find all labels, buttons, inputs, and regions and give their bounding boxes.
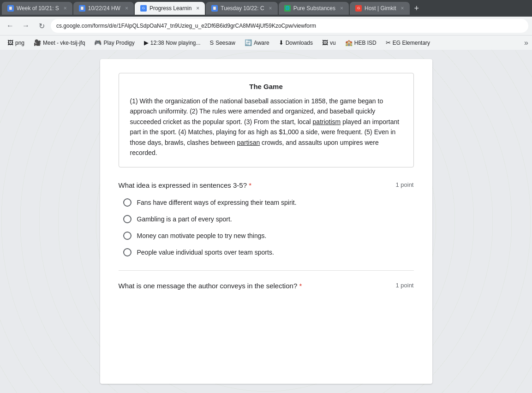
playing-icon: ▶ [144, 39, 149, 46]
question-1-header: What idea is expressed in sentences 3-5?… [119, 181, 414, 189]
address-bar[interactable]: cs.google.com/forms/d/e/1FAlpQLSdpOaN47_… [51, 19, 528, 33]
tab3-label: Progress Learnin [149, 5, 191, 12]
q1-option-4[interactable]: People value individual sports over team… [123, 248, 414, 256]
tab-tuesday[interactable]: 📋 Tuesday 10/22: C × [206, 2, 277, 15]
q1-option-2-text: Gambling is a part of every sport. [137, 215, 232, 223]
q1-required: * [249, 181, 251, 189]
q1-options: Fans have different ways of expressing t… [119, 198, 414, 256]
tab-pure[interactable]: 🌐 Pure Substances × [279, 2, 349, 15]
tab5-close[interactable]: × [340, 5, 343, 12]
tab-hw[interactable]: 📋 10/22/24 HW × [73, 2, 134, 15]
question-divider [119, 270, 414, 271]
tab-progress[interactable]: G Progress Learnin × [135, 2, 205, 15]
q1-option-3-text: Money can motivate people to try new thi… [137, 232, 267, 239]
main-content: The Game (1) With the organization of th… [0, 50, 532, 393]
form-container: The Game (1) With the organization of th… [100, 59, 432, 384]
q1-radio-4[interactable] [123, 248, 132, 256]
q1-option-3[interactable]: Money can motivate people to try new thi… [123, 232, 414, 240]
q2-points: 1 point [395, 282, 413, 289]
bookmark-vu[interactable]: 🖼 vu [318, 38, 340, 47]
reload-button[interactable]: ↻ [35, 19, 48, 32]
seesaw-icon: S [210, 39, 214, 46]
tab2-icon: 📋 [79, 5, 85, 12]
passage-text: (1) With the organization of the nationa… [130, 96, 402, 158]
tab-bar: 📋 Week of 10/21: S × 📋 10/22/24 HW × G P… [0, 0, 532, 17]
q1-option-4-text: People value individual sports over team… [137, 249, 274, 256]
downloads-icon: ⬇ [279, 39, 284, 46]
question-1-section: What idea is expressed in sentences 3-5?… [119, 181, 414, 256]
address-text: cs.google.com/forms/d/e/1FAlpQLSdpOaN47_… [56, 23, 316, 29]
tab1-label: Week of 10/21: S [17, 5, 59, 12]
tab1-close[interactable]: × [64, 5, 67, 12]
bookmark-downloads[interactable]: ⬇ Downloads [275, 38, 317, 47]
forward-button[interactable]: → [19, 19, 32, 32]
bookmark-heb[interactable]: 🏫 HEB ISD [341, 38, 380, 47]
bookmarks-bar: 🖼 png 🎥 Meet - vke-tsij-jfq 🎮 Play Prodi… [0, 35, 532, 50]
bookmark-prodigy-label: Play Prodigy [103, 40, 134, 46]
bookmark-prodigy[interactable]: 🎮 Play Prodigy [90, 38, 138, 47]
tab5-label: Pure Substances [293, 5, 335, 12]
bookmark-eg-label: EG Elementary [393, 40, 430, 46]
q1-radio-1[interactable] [123, 198, 132, 207]
bookmark-vu-label: vu [330, 40, 336, 46]
back-button[interactable]: ← [4, 19, 17, 32]
tab2-close[interactable]: × [125, 5, 128, 12]
q1-option-2[interactable]: Gambling is a part of every sport. [123, 215, 414, 223]
bookmark-playing[interactable]: ▶ 12:38 Now playing... [140, 38, 204, 47]
tab4-label: Tuesday 10/22: C [221, 5, 264, 12]
bookmark-downloads-label: Downloads [286, 40, 313, 46]
question-1-text: What idea is expressed in sentences 3-5?… [119, 181, 387, 189]
bookmark-png[interactable]: 🖼 png [4, 38, 28, 47]
tab6-close[interactable]: × [401, 5, 404, 12]
q2-required: * [299, 282, 302, 290]
bookmark-aware-label: Aware [254, 40, 269, 46]
bookmark-seesaw-label: Seesaw [215, 40, 235, 46]
bookmark-playing-label: 12:38 Now playing... [150, 40, 201, 46]
heb-icon: 🏫 [345, 39, 353, 46]
tab3-icon: G [140, 5, 147, 12]
question-2-section: What is one message the author conveys i… [119, 282, 414, 290]
tab-gimkit[interactable]: G Host | Gimkit × [350, 2, 409, 15]
partisan-word: partisan [237, 139, 260, 146]
aware-icon: 🔄 [245, 39, 252, 46]
tab4-close[interactable]: × [269, 5, 272, 12]
new-tab-button[interactable]: + [411, 4, 423, 13]
bookmark-heb-label: HEB ISD [354, 40, 377, 46]
tab-week[interactable]: 📋 Week of 10/21: S × [2, 2, 72, 15]
passage-box: The Game (1) With the organization of th… [119, 73, 414, 167]
bookmark-meet-label: Meet - vke-tsij-jfq [43, 40, 85, 46]
question-2-header: What is one message the author conveys i… [119, 282, 414, 290]
png-icon: 🖼 [7, 39, 13, 46]
tab6-label: Host | Gimkit [365, 5, 396, 12]
q1-option-1-text: Fans have different ways of expressing t… [137, 199, 297, 206]
bookmark-seesaw[interactable]: S Seesaw [206, 38, 239, 47]
question-2-text: What is one message the author conveys i… [119, 282, 387, 290]
bookmark-png-label: png [15, 40, 24, 46]
q1-label: What idea is expressed in sentences 3-5? [119, 181, 247, 189]
tab3-close[interactable]: × [196, 5, 199, 12]
bookmark-eg[interactable]: ✂ EG Elementary [382, 38, 434, 47]
q1-radio-2[interactable] [123, 215, 132, 223]
patriotism-word: patriotism [313, 118, 341, 125]
bookmarks-overflow[interactable]: » [524, 39, 528, 47]
q1-radio-3[interactable] [123, 232, 132, 240]
tab5-icon: 🌐 [284, 5, 291, 12]
prodigy-icon: 🎮 [94, 39, 102, 46]
vu-icon: 🖼 [322, 39, 328, 46]
eg-icon: ✂ [386, 39, 391, 46]
passage-title: The Game [130, 83, 402, 90]
address-bar-row: ← → ↻ cs.google.com/forms/d/e/1FAlpQLSdp… [0, 17, 532, 35]
q1-points: 1 point [395, 181, 413, 188]
bookmark-meet[interactable]: 🎥 Meet - vke-tsij-jfq [30, 38, 89, 47]
q2-label: What is one message the author conveys i… [119, 282, 298, 290]
bookmark-aware[interactable]: 🔄 Aware [241, 38, 273, 47]
meet-icon: 🎥 [34, 39, 41, 46]
tab2-label: 10/22/24 HW [88, 5, 120, 12]
tab4-icon: 📋 [211, 5, 218, 12]
tab1-icon: 📋 [7, 5, 14, 12]
tab6-icon: G [355, 5, 362, 12]
browser-chrome: 📋 Week of 10/21: S × 📋 10/22/24 HW × G P… [0, 0, 532, 50]
q1-option-1[interactable]: Fans have different ways of expressing t… [123, 198, 414, 207]
